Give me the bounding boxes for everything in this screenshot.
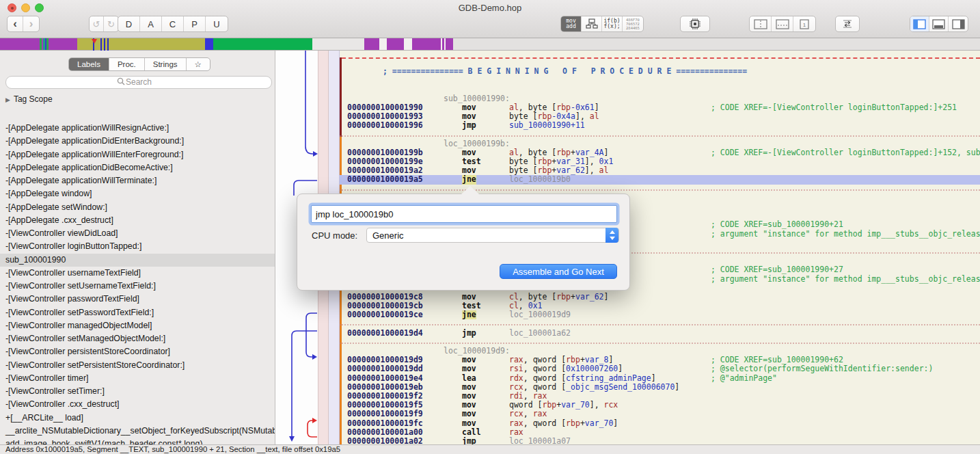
- status-text: Address 0x1000019a5, Segment __TEXT, sub…: [5, 445, 340, 454]
- tab-favorites[interactable]: ☆: [187, 58, 210, 70]
- nav-bar-segment[interactable]: [387, 38, 404, 50]
- asm-line[interactable]: 0000000100001a00callrax: [340, 428, 980, 437]
- label-list-item[interactable]: -[ViewController setManagedObjectModel:]: [0, 332, 275, 345]
- toggle-right-panel-button[interactable]: [949, 16, 968, 31]
- transform-group: D A C P U: [118, 16, 228, 32]
- label-list-item[interactable]: -[AppDelegate applicationWillResignActiv…: [0, 122, 275, 135]
- label-list-item[interactable]: add_image_hook_swiftV1(mach_header const…: [0, 438, 275, 444]
- asm-label-line: loc_10000199b:: [340, 139, 980, 148]
- svg-text:1: 1: [803, 22, 806, 28]
- asm-line[interactable]: 0000000100001996jmpsub_100001990+11: [340, 121, 980, 130]
- asm-line[interactable]: 00000001000019f2movrdi, rax: [340, 392, 980, 401]
- cfg-view-button[interactable]: [582, 16, 602, 31]
- pseudocode-view-button[interactable]: if(b)f(x);: [602, 16, 623, 31]
- asm-line[interactable]: 00000001000019d4jmploc_100001a62: [340, 329, 980, 338]
- asm-line[interactable]: 0000000100001993movbyte [rbp-0x4a], al: [340, 112, 980, 121]
- label-list-item[interactable]: -[AppDelegate setWindow:]: [0, 201, 275, 214]
- assemble-and-go-next-button[interactable]: Assemble and Go Next: [500, 264, 617, 279]
- exchange-button[interactable]: [835, 16, 860, 32]
- label-list-item[interactable]: -[ViewController setPasswordTextField:]: [0, 306, 275, 319]
- redo-icon[interactable]: ↻: [104, 16, 118, 31]
- label-list-item[interactable]: -[AppDelegate applicationDidBecomeActive…: [0, 161, 275, 174]
- asm-line[interactable]: 00000001000019c8movcl, byte [rbp+var_62]: [340, 293, 980, 302]
- label-list-item[interactable]: -[ViewController viewDidLoad]: [0, 227, 275, 240]
- label-list-item[interactable]: -[AppDelegate window]: [0, 187, 275, 200]
- toggle-left-panel-button[interactable]: [910, 16, 929, 31]
- label-list-item[interactable]: -[ViewController managedObjectModel]: [0, 319, 275, 332]
- code-button[interactable]: C: [162, 16, 184, 31]
- asm-line[interactable]: 000000010000199etestbyte [rbp+var_31], 0…: [340, 157, 980, 166]
- dashed-region-button[interactable]: [772, 16, 793, 31]
- search-field-wrap: [5, 75, 272, 88]
- label-list-item[interactable]: sub_100001990: [0, 254, 275, 267]
- asm-block-separator: [340, 185, 980, 193]
- assembly-view-button[interactable]: movadd: [561, 16, 582, 31]
- label-list-item[interactable]: -[ViewController setUsernameTextField:]: [0, 280, 275, 293]
- nav-bar-segment[interactable]: [77, 38, 205, 50]
- label-list-item[interactable]: -[AppDelegate .cxx_destruct]: [0, 214, 275, 227]
- tab-labels[interactable]: Labels: [69, 58, 109, 70]
- disclosure-triangle-icon: ▶: [5, 96, 10, 103]
- tab-procedures[interactable]: Proc.: [109, 58, 145, 70]
- asm-line[interactable]: 0000000100001a02jmploc_100001a07: [340, 437, 980, 444]
- asm-line[interactable]: 00000001000019f9movrcx, rax: [340, 410, 980, 418]
- asm-block-separator: [340, 319, 980, 328]
- label-list-item[interactable]: -[AppDelegate applicationWillEnterForegr…: [0, 148, 275, 161]
- label-list-item[interactable]: -[AppDelegate applicationDidEnterBackgro…: [0, 135, 275, 148]
- label-list-item[interactable]: -[AppDelegate applicationWillTerminate:]: [0, 174, 275, 187]
- nav-bar-segment[interactable]: [312, 38, 364, 50]
- undo-icon[interactable]: ↺: [90, 16, 104, 31]
- search-input[interactable]: [5, 76, 272, 89]
- history-nav-group: ‹ ›: [7, 16, 40, 32]
- nav-bar-segment[interactable]: [446, 38, 453, 50]
- tag-scope-disclosure[interactable]: ▶Tag Scope: [5, 94, 53, 104]
- asm-line[interactable]: 00000001000019cejneloc_1000019d9: [340, 310, 980, 319]
- instruction-input[interactable]: [311, 205, 617, 223]
- nav-bar-segment[interactable]: [213, 38, 312, 50]
- label-list-item[interactable]: -[ViewController setTimer:]: [0, 385, 275, 398]
- asm-line[interactable]: 00000001000019f5movqword [rbp+var_70], r…: [340, 401, 980, 410]
- nav-bar-segment[interactable]: [51, 38, 77, 50]
- label-list-item[interactable]: -[ViewController timer]: [0, 372, 275, 385]
- single-column-button[interactable]: 1: [793, 16, 815, 31]
- nav-bar-segment[interactable]: [404, 38, 412, 50]
- cpu-mode-select[interactable]: Generic: [366, 228, 619, 243]
- toggle-bottom-panel-button[interactable]: [929, 16, 949, 31]
- forward-button[interactable]: ›: [23, 16, 39, 31]
- panel-toggle-group: [910, 16, 968, 32]
- undefine-button[interactable]: U: [206, 16, 228, 31]
- asm-line[interactable]: 00000001000019ebmovrcx, qword [_objc_msg…: [340, 383, 980, 392]
- nav-bar-segment[interactable]: [0, 38, 40, 50]
- nav-bar-segment[interactable]: [205, 38, 213, 50]
- asm-line[interactable]: 000000010000199bmoval, byte [rbp+var_4A]…: [340, 148, 980, 157]
- hex-view-button[interactable]: 486F70706572284465: [623, 16, 643, 31]
- asm-line[interactable]: 00000001000019ddmovrsi, qword [0x1000072…: [340, 364, 980, 373]
- label-list-item[interactable]: -[ViewController passwordTextField]: [0, 293, 275, 306]
- tag-scope-label: Tag Scope: [14, 94, 53, 104]
- label-list-item[interactable]: -[ViewController persistentStoreCoordina…: [0, 345, 275, 358]
- asm-line[interactable]: 00000001000019fcmovrax, qword [rbp+var_7…: [340, 419, 980, 428]
- nav-bar-segment[interactable]: [412, 38, 441, 50]
- disassembly-view[interactable]: ; =============== B E G I N N I N G O F …: [275, 51, 980, 444]
- split-column-icon: [754, 19, 767, 29]
- cpu-button[interactable]: [680, 16, 710, 32]
- procedure-button[interactable]: P: [184, 16, 206, 31]
- nav-bar-segment[interactable]: [379, 38, 387, 50]
- label-list-item[interactable]: -[ViewController .cxx_destruct]: [0, 398, 275, 411]
- back-button[interactable]: ‹: [8, 16, 23, 31]
- label-list-item[interactable]: -[ViewController usernameTextField]: [0, 267, 275, 280]
- asm-line[interactable]: 00000001000019a5jneloc_1000019b0: [340, 175, 980, 184]
- label-list-item[interactable]: +[__ARCLite__ load]: [0, 412, 275, 425]
- tab-strings[interactable]: Strings: [145, 58, 187, 70]
- asm-line[interactable]: 0000000100001990moval, byte [rbp-0x61]; …: [340, 103, 980, 112]
- asm-line[interactable]: 00000001000019a2movbyte [rbp+var_62], al: [340, 166, 980, 175]
- label-list-item[interactable]: __arclite_NSMutableDictionary__setObject…: [0, 425, 275, 438]
- asm-line[interactable]: 00000001000019cbtestcl, 0x1: [340, 302, 980, 310]
- navigation-color-bar[interactable]: [0, 38, 980, 51]
- label-list-item[interactable]: -[ViewController setPersistentStoreCoord…: [0, 359, 275, 372]
- ascii-button[interactable]: A: [140, 16, 162, 31]
- label-list-item[interactable]: -[ViewController loginButtonTapped:]: [0, 240, 275, 253]
- split-column-button[interactable]: [750, 16, 772, 31]
- nav-bar-segment[interactable]: [364, 38, 379, 50]
- data-button[interactable]: D: [118, 16, 140, 31]
